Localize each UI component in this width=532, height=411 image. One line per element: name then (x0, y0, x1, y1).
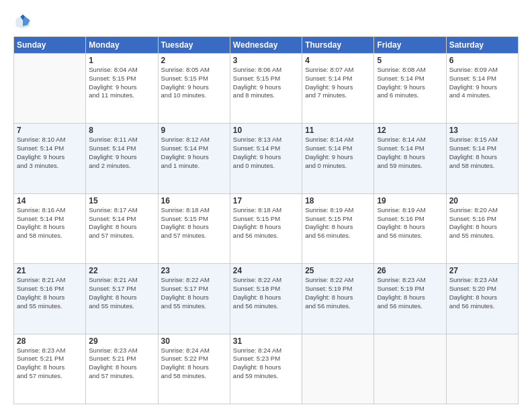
column-header-wednesday: Wednesday (230, 37, 302, 54)
calendar-cell: 23Sunrise: 8:22 AM Sunset: 5:17 PM Dayli… (158, 264, 230, 334)
day-number: 14 (17, 196, 83, 205)
day-number: 7 (17, 126, 83, 135)
day-number: 6 (449, 56, 515, 65)
day-number: 21 (17, 266, 83, 275)
day-number: 27 (449, 266, 515, 275)
day-number: 25 (305, 266, 371, 275)
day-info: Sunrise: 8:06 AM Sunset: 5:15 PM Dayligh… (233, 66, 299, 100)
day-info: Sunrise: 8:18 AM Sunset: 5:15 PM Dayligh… (233, 206, 299, 240)
calendar-week-5: 28Sunrise: 8:23 AM Sunset: 5:21 PM Dayli… (14, 334, 519, 404)
calendar-cell: 4Sunrise: 8:07 AM Sunset: 5:14 PM Daylig… (302, 54, 374, 124)
calendar-cell: 12Sunrise: 8:14 AM Sunset: 5:14 PM Dayli… (374, 124, 446, 193)
day-info: Sunrise: 8:04 AM Sunset: 5:15 PM Dayligh… (89, 66, 154, 100)
calendar-cell (446, 334, 518, 404)
day-number: 13 (449, 126, 515, 135)
day-number: 9 (161, 126, 227, 135)
header (13, 12, 519, 31)
column-header-tuesday: Tuesday (158, 37, 230, 54)
day-info: Sunrise: 8:15 AM Sunset: 5:14 PM Dayligh… (449, 136, 515, 170)
day-number: 1 (89, 56, 154, 65)
day-number: 22 (89, 266, 154, 275)
calendar-cell: 16Sunrise: 8:18 AM Sunset: 5:15 PM Dayli… (158, 193, 230, 263)
day-info: Sunrise: 8:20 AM Sunset: 5:16 PM Dayligh… (449, 206, 515, 240)
day-number: 16 (161, 196, 227, 205)
calendar-cell: 25Sunrise: 8:22 AM Sunset: 5:19 PM Dayli… (302, 264, 374, 334)
day-number: 12 (377, 126, 443, 135)
day-number: 8 (89, 126, 154, 135)
logo-icon (13, 12, 32, 31)
calendar-cell: 14Sunrise: 8:16 AM Sunset: 5:14 PM Dayli… (14, 193, 86, 263)
day-number: 10 (233, 126, 299, 135)
day-number: 5 (377, 56, 443, 65)
calendar-cell: 13Sunrise: 8:15 AM Sunset: 5:14 PM Dayli… (446, 124, 518, 193)
day-info: Sunrise: 8:11 AM Sunset: 5:14 PM Dayligh… (89, 136, 154, 170)
day-info: Sunrise: 8:07 AM Sunset: 5:14 PM Dayligh… (305, 66, 371, 100)
calendar-cell: 3Sunrise: 8:06 AM Sunset: 5:15 PM Daylig… (230, 54, 302, 124)
day-number: 3 (233, 56, 299, 65)
calendar-cell: 21Sunrise: 8:21 AM Sunset: 5:16 PM Dayli… (14, 264, 86, 334)
day-info: Sunrise: 8:18 AM Sunset: 5:15 PM Dayligh… (161, 206, 227, 240)
day-info: Sunrise: 8:22 AM Sunset: 5:17 PM Dayligh… (161, 276, 227, 310)
day-info: Sunrise: 8:23 AM Sunset: 5:21 PM Dayligh… (89, 347, 154, 381)
column-header-sunday: Sunday (14, 37, 86, 54)
day-number: 15 (89, 196, 154, 205)
page: SundayMondayTuesdayWednesdayThursdayFrid… (0, 0, 532, 411)
calendar-cell: 17Sunrise: 8:18 AM Sunset: 5:15 PM Dayli… (230, 193, 302, 263)
day-info: Sunrise: 8:23 AM Sunset: 5:20 PM Dayligh… (449, 276, 515, 310)
day-info: Sunrise: 8:16 AM Sunset: 5:14 PM Dayligh… (17, 206, 83, 240)
calendar-cell: 1Sunrise: 8:04 AM Sunset: 5:15 PM Daylig… (86, 54, 158, 124)
day-info: Sunrise: 8:21 AM Sunset: 5:17 PM Dayligh… (89, 276, 154, 310)
calendar-cell: 5Sunrise: 8:08 AM Sunset: 5:14 PM Daylig… (374, 54, 446, 124)
day-info: Sunrise: 8:14 AM Sunset: 5:14 PM Dayligh… (377, 136, 443, 170)
calendar-header-row: SundayMondayTuesdayWednesdayThursdayFrid… (14, 37, 519, 54)
calendar-cell: 22Sunrise: 8:21 AM Sunset: 5:17 PM Dayli… (86, 264, 158, 334)
day-info: Sunrise: 8:13 AM Sunset: 5:14 PM Dayligh… (233, 136, 299, 170)
calendar-week-2: 7Sunrise: 8:10 AM Sunset: 5:14 PM Daylig… (14, 124, 519, 193)
day-info: Sunrise: 8:10 AM Sunset: 5:14 PM Dayligh… (17, 136, 83, 170)
day-number: 11 (305, 126, 371, 135)
calendar-cell: 20Sunrise: 8:20 AM Sunset: 5:16 PM Dayli… (446, 193, 518, 263)
day-info: Sunrise: 8:19 AM Sunset: 5:16 PM Dayligh… (377, 206, 443, 240)
calendar-cell: 6Sunrise: 8:09 AM Sunset: 5:14 PM Daylig… (446, 54, 518, 124)
day-info: Sunrise: 8:22 AM Sunset: 5:19 PM Dayligh… (305, 276, 371, 310)
day-number: 31 (233, 336, 299, 346)
day-info: Sunrise: 8:21 AM Sunset: 5:16 PM Dayligh… (17, 276, 83, 310)
day-info: Sunrise: 8:24 AM Sunset: 5:23 PM Dayligh… (233, 347, 299, 381)
day-info: Sunrise: 8:09 AM Sunset: 5:14 PM Dayligh… (449, 66, 515, 100)
day-number: 28 (17, 336, 83, 346)
calendar-cell: 30Sunrise: 8:24 AM Sunset: 5:22 PM Dayli… (158, 334, 230, 404)
day-info: Sunrise: 8:17 AM Sunset: 5:14 PM Dayligh… (89, 206, 154, 240)
day-number: 24 (233, 266, 299, 275)
day-number: 18 (305, 196, 371, 205)
calendar-cell: 7Sunrise: 8:10 AM Sunset: 5:14 PM Daylig… (14, 124, 86, 193)
day-number: 30 (161, 336, 227, 346)
calendar-cell: 27Sunrise: 8:23 AM Sunset: 5:20 PM Dayli… (446, 264, 518, 334)
calendar-cell (14, 54, 86, 124)
calendar-cell: 24Sunrise: 8:22 AM Sunset: 5:18 PM Dayli… (230, 264, 302, 334)
day-info: Sunrise: 8:08 AM Sunset: 5:14 PM Dayligh… (377, 66, 443, 100)
day-number: 26 (377, 266, 443, 275)
calendar-cell: 15Sunrise: 8:17 AM Sunset: 5:14 PM Dayli… (86, 193, 158, 263)
day-number: 4 (305, 56, 371, 65)
calendar-week-3: 14Sunrise: 8:16 AM Sunset: 5:14 PM Dayli… (14, 193, 519, 263)
calendar-cell (374, 334, 446, 404)
calendar-cell: 10Sunrise: 8:13 AM Sunset: 5:14 PM Dayli… (230, 124, 302, 193)
calendar: SundayMondayTuesdayWednesdayThursdayFrid… (13, 36, 519, 404)
calendar-cell: 19Sunrise: 8:19 AM Sunset: 5:16 PM Dayli… (374, 193, 446, 263)
day-number: 19 (377, 196, 443, 205)
day-info: Sunrise: 8:05 AM Sunset: 5:15 PM Dayligh… (161, 66, 227, 100)
day-info: Sunrise: 8:24 AM Sunset: 5:22 PM Dayligh… (161, 347, 227, 381)
calendar-week-4: 21Sunrise: 8:21 AM Sunset: 5:16 PM Dayli… (14, 264, 519, 334)
column-header-saturday: Saturday (446, 37, 518, 54)
column-header-thursday: Thursday (302, 37, 374, 54)
day-info: Sunrise: 8:12 AM Sunset: 5:14 PM Dayligh… (161, 136, 227, 170)
day-info: Sunrise: 8:19 AM Sunset: 5:15 PM Dayligh… (305, 206, 371, 240)
column-header-friday: Friday (374, 37, 446, 54)
calendar-cell: 28Sunrise: 8:23 AM Sunset: 5:21 PM Dayli… (14, 334, 86, 404)
calendar-cell: 29Sunrise: 8:23 AM Sunset: 5:21 PM Dayli… (86, 334, 158, 404)
column-header-monday: Monday (86, 37, 158, 54)
day-number: 17 (233, 196, 299, 205)
day-info: Sunrise: 8:14 AM Sunset: 5:14 PM Dayligh… (305, 136, 371, 170)
day-number: 20 (449, 196, 515, 205)
calendar-cell: 11Sunrise: 8:14 AM Sunset: 5:14 PM Dayli… (302, 124, 374, 193)
